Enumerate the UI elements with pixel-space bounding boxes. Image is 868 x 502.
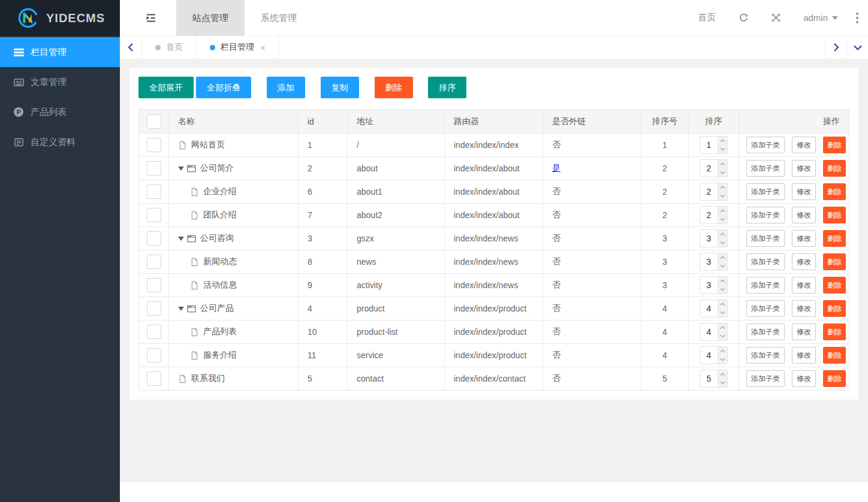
row-checkbox[interactable]	[147, 371, 161, 386]
edit-button[interactable]: 修改	[792, 253, 816, 270]
spinner-up-icon[interactable]	[718, 277, 727, 285]
edit-button[interactable]: 修改	[792, 370, 816, 387]
row-checkbox[interactable]	[147, 325, 161, 339]
row-checkbox[interactable]	[147, 348, 161, 362]
sort-spinner[interactable]: 3	[700, 229, 728, 247]
sidebar-item-custom-data[interactable]: 自定义资料	[0, 127, 120, 157]
add-button[interactable]: 添加	[267, 77, 305, 98]
delete-row-button[interactable]: 删除	[823, 300, 846, 317]
spinner-down-icon[interactable]	[718, 145, 727, 153]
app-logo[interactable]: YIDECMS	[0, 0, 120, 36]
add-child-button[interactable]: 添加子类	[746, 207, 785, 223]
delete-row-button[interactable]: 删除	[823, 230, 846, 247]
topnav-system-manage[interactable]: 系统管理	[245, 0, 313, 36]
tabs-scroll-left-icon[interactable]	[120, 36, 142, 59]
user-menu[interactable]: admin	[803, 13, 838, 23]
fullscreen-icon[interactable]	[771, 13, 780, 22]
row-checkbox[interactable]	[147, 208, 161, 222]
tabs-menu-icon[interactable]	[846, 36, 868, 59]
spinner-up-icon[interactable]	[718, 253, 727, 262]
sidebar-item-article-manage[interactable]: 文章管理	[0, 67, 120, 97]
sort-button[interactable]: 排序	[428, 77, 466, 98]
collapse-sidebar-icon[interactable]	[144, 0, 158, 36]
sort-spinner[interactable]: 2	[700, 183, 728, 201]
delete-row-button[interactable]: 删除	[823, 183, 846, 200]
add-child-button[interactable]: 添加子类	[746, 323, 785, 340]
spinner-up-icon[interactable]	[718, 347, 727, 355]
spinner-up-icon[interactable]	[718, 183, 727, 192]
spinner-down-icon[interactable]	[718, 192, 727, 200]
delete-row-button[interactable]: 删除	[823, 347, 846, 364]
spinner-up-icon[interactable]	[718, 370, 727, 379]
edit-button[interactable]: 修改	[792, 230, 816, 247]
sort-spinner[interactable]: 1	[700, 136, 728, 154]
sort-spinner[interactable]: 4	[700, 323, 728, 341]
sort-spinner[interactable]: 3	[700, 253, 728, 271]
row-checkbox[interactable]	[147, 138, 161, 152]
edit-button[interactable]: 修改	[792, 137, 816, 153]
sort-spinner[interactable]: 4	[700, 346, 728, 364]
delete-button[interactable]: 删除	[375, 77, 413, 98]
delete-row-button[interactable]: 删除	[823, 253, 846, 270]
delete-row-button[interactable]: 删除	[823, 370, 846, 387]
spinner-down-icon[interactable]	[718, 168, 727, 177]
delete-row-button[interactable]: 删除	[823, 137, 846, 153]
sort-spinner[interactable]: 2	[700, 206, 728, 224]
refresh-icon[interactable]	[739, 13, 749, 23]
spinner-up-icon[interactable]	[718, 207, 727, 215]
spinner-down-icon[interactable]	[718, 262, 727, 270]
collapse-arrow-icon[interactable]	[178, 307, 184, 314]
add-child-button[interactable]: 添加子类	[746, 370, 785, 387]
add-child-button[interactable]: 添加子类	[746, 347, 785, 364]
copy-button[interactable]: 复制	[321, 77, 359, 98]
collapse-all-button[interactable]: 全部折叠	[196, 77, 251, 98]
spinner-down-icon[interactable]	[718, 309, 727, 317]
add-child-button[interactable]: 添加子类	[746, 230, 785, 247]
row-checkbox[interactable]	[147, 231, 161, 246]
add-child-button[interactable]: 添加子类	[746, 277, 785, 294]
more-options-icon[interactable]	[856, 13, 858, 23]
delete-row-button[interactable]: 删除	[823, 323, 846, 340]
spinner-down-icon[interactable]	[718, 379, 727, 387]
sidebar-item-product-list[interactable]: P 产品列表	[0, 97, 120, 127]
spinner-down-icon[interactable]	[718, 238, 727, 247]
spinner-down-icon[interactable]	[718, 332, 727, 340]
sort-spinner[interactable]: 3	[700, 276, 728, 294]
add-child-button[interactable]: 添加子类	[746, 300, 785, 317]
home-link[interactable]: 首页	[698, 12, 716, 23]
row-checkbox[interactable]	[147, 161, 161, 176]
add-child-button[interactable]: 添加子类	[746, 160, 785, 177]
close-tab-icon[interactable]: ×	[260, 43, 266, 52]
edit-button[interactable]: 修改	[792, 207, 816, 223]
spinner-down-icon[interactable]	[718, 285, 727, 294]
delete-row-button[interactable]: 删除	[823, 207, 846, 223]
expand-all-button[interactable]: 全部展开	[138, 77, 194, 98]
edit-button[interactable]: 修改	[792, 323, 816, 340]
tab-home[interactable]: 首页	[142, 36, 197, 59]
edit-button[interactable]: 修改	[792, 183, 816, 200]
spinner-down-icon[interactable]	[718, 215, 727, 223]
spinner-up-icon[interactable]	[718, 230, 727, 238]
row-checkbox[interactable]	[147, 255, 161, 269]
topnav-site-manage[interactable]: 站点管理	[176, 0, 245, 36]
sidebar-item-category-manage[interactable]: 栏目管理	[0, 37, 120, 67]
spinner-up-icon[interactable]	[718, 323, 727, 332]
add-child-button[interactable]: 添加子类	[746, 183, 785, 200]
spinner-up-icon[interactable]	[718, 137, 727, 145]
spinner-up-icon[interactable]	[718, 300, 727, 309]
edit-button[interactable]: 修改	[792, 277, 816, 294]
spinner-down-icon[interactable]	[718, 355, 727, 364]
sort-spinner[interactable]: 2	[700, 159, 728, 177]
row-checkbox[interactable]	[147, 301, 161, 316]
external-link[interactable]: 是	[552, 163, 560, 173]
row-checkbox[interactable]	[147, 185, 161, 199]
edit-button[interactable]: 修改	[792, 300, 816, 317]
spinner-up-icon[interactable]	[718, 160, 727, 168]
add-child-button[interactable]: 添加子类	[746, 137, 785, 153]
collapse-arrow-icon[interactable]	[178, 167, 184, 174]
add-child-button[interactable]: 添加子类	[746, 253, 785, 270]
select-all-checkbox[interactable]	[147, 114, 161, 129]
tab-category-manage[interactable]: 栏目管理 ×	[197, 36, 279, 59]
tabs-scroll-right-icon[interactable]	[825, 36, 846, 59]
collapse-arrow-icon[interactable]	[178, 237, 184, 244]
